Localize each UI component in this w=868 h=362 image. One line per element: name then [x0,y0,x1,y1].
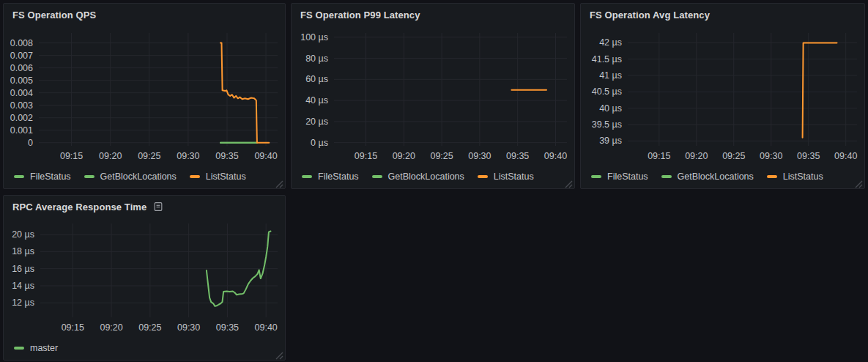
svg-text:39.5 µs: 39.5 µs [592,119,622,130]
p99-latency-chart-plot[interactable]: 0 µs20 µs40 µs60 µs80 µs100 µs09:1509:20… [292,26,574,165]
legend: FileStatus GetBlockLocations ListStatus [4,165,285,188]
chart-svg: 39 µs39.5 µs40 µs40.5 µs41 µs41.5 µs42 µ… [581,26,864,165]
legend-item-master[interactable]: master [14,343,58,353]
svg-text:09:30: 09:30 [760,151,782,161]
svg-text:09:35: 09:35 [216,322,239,333]
svg-text:40 µs: 40 µs [305,95,328,106]
legend: FileStatus GetBlockLocations ListStatus [581,165,864,188]
svg-text:09:25: 09:25 [430,151,453,161]
qps-chart-plot[interactable]: 00.0010.0020.0030.0040.0050.0060.0070.00… [4,26,285,165]
legend: FileStatus GetBlockLocations ListStatus [292,165,574,188]
legend-swatch [302,175,312,178]
panel-title: FS Operation Avg Latency [590,10,710,21]
resize-handle[interactable] [275,178,283,187]
panel-header[interactable]: RPC Average Response Time [4,196,285,218]
legend-label: FileStatus [607,171,648,182]
avg-latency-chart-plot[interactable]: 39 µs39.5 µs40 µs40.5 µs41 µs41.5 µs42 µ… [581,26,864,165]
chart-svg: 0 µs20 µs40 µs60 µs80 µs100 µs09:1509:20… [292,26,574,165]
panel-header[interactable]: FS Operation P99 Latency [292,4,574,26]
svg-text:0.005: 0.005 [10,75,33,86]
legend-label: ListStatus [494,171,534,182]
resize-handle[interactable] [275,350,283,358]
svg-text:09:15: 09:15 [62,322,84,333]
svg-text:09:15: 09:15 [355,151,377,161]
panel-rpc-average-response-time: RPC Average Response Time 12 µs14 µs16 µ… [3,195,286,361]
svg-text:09:15: 09:15 [60,151,83,161]
svg-text:16 µs: 16 µs [12,264,34,274]
legend-swatch [14,347,24,350]
svg-text:09:40: 09:40 [834,151,857,161]
svg-text:09:40: 09:40 [254,151,277,161]
svg-text:09:20: 09:20 [99,151,122,161]
legend-swatch [190,175,200,178]
svg-text:40 µs: 40 µs [599,103,622,114]
legend-item-getblocklocations[interactable]: GetBlockLocations [84,171,177,182]
svg-text:60 µs: 60 µs [305,74,328,84]
legend-swatch [84,175,94,178]
panel-fs-operation-avg-latency: FS Operation Avg Latency 39 µs39.5 µs40 … [580,3,865,189]
svg-text:09:40: 09:40 [544,151,567,161]
panel-fs-operation-qps: FS Operation QPS 00.0010.0020.0030.0040.… [3,3,286,189]
svg-text:09:25: 09:25 [138,322,161,333]
legend-swatch [14,175,24,178]
svg-text:12 µs: 12 µs [12,298,34,308]
svg-text:20 µs: 20 µs [305,117,328,127]
legend-label: master [30,343,58,353]
legend-swatch [767,175,777,178]
legend-item-getblocklocations[interactable]: GetBlockLocations [661,171,754,182]
svg-text:09:35: 09:35 [797,151,820,161]
legend-item-liststatus[interactable]: ListStatus [190,171,246,182]
svg-text:09:30: 09:30 [177,322,200,333]
svg-text:09:20: 09:20 [685,151,708,161]
legend-label: GetBlockLocations [388,171,464,182]
panel-title: FS Operation P99 Latency [300,10,420,21]
svg-text:80 µs: 80 µs [305,53,328,64]
legend-swatch [478,175,488,178]
legend-label: FileStatus [318,171,359,182]
svg-text:09:15: 09:15 [648,151,670,161]
legend-item-filestatus[interactable]: FileStatus [14,171,71,182]
svg-text:0.001: 0.001 [10,125,33,136]
svg-text:09:35: 09:35 [215,151,238,161]
svg-text:0.002: 0.002 [10,113,33,123]
svg-text:09:20: 09:20 [393,151,415,161]
legend-label: GetBlockLocations [678,171,754,182]
grafana-dashboard: FS Operation QPS 00.0010.0020.0030.0040.… [0,0,868,362]
svg-text:09:30: 09:30 [468,151,491,161]
legend-item-filestatus[interactable]: FileStatus [591,171,648,182]
svg-text:09:40: 09:40 [255,322,278,333]
legend-label: FileStatus [30,171,71,182]
svg-text:0.006: 0.006 [10,63,33,73]
resize-handle[interactable] [854,178,863,187]
svg-text:09:35: 09:35 [506,151,529,161]
svg-text:14 µs: 14 µs [12,281,34,291]
panel-header[interactable]: FS Operation QPS [4,4,285,26]
svg-text:40.5 µs: 40.5 µs [592,86,622,97]
chart-svg: 12 µs14 µs16 µs18 µs20 µs09:1509:2009:25… [4,218,285,336]
svg-text:0.003: 0.003 [10,100,33,111]
legend-item-getblocklocations[interactable]: GetBlockLocations [372,171,464,182]
panel-fs-operation-p99-latency: FS Operation P99 Latency 0 µs20 µs40 µs6… [291,3,575,189]
legend-item-liststatus[interactable]: ListStatus [767,171,823,182]
legend-label: ListStatus [206,171,246,182]
svg-text:41 µs: 41 µs [599,70,622,81]
legend-swatch [372,175,382,178]
legend-label: ListStatus [783,171,823,182]
svg-text:09:30: 09:30 [177,151,199,161]
svg-text:0.007: 0.007 [10,51,33,61]
svg-text:09:20: 09:20 [100,322,122,333]
svg-text:42 µs: 42 µs [599,37,622,48]
rpc-response-time-chart-plot[interactable]: 12 µs14 µs16 µs18 µs20 µs09:1509:2009:25… [4,218,285,336]
chart-svg: 00.0010.0020.0030.0040.0050.0060.0070.00… [4,26,285,165]
legend-item-liststatus[interactable]: ListStatus [478,171,534,182]
svg-text:09:25: 09:25 [138,151,160,161]
panel-description-icon[interactable] [153,202,163,212]
svg-text:20 µs: 20 µs [12,229,34,240]
svg-text:0: 0 [28,138,33,148]
legend: master [4,336,285,360]
legend-swatch [591,175,601,178]
legend-item-filestatus[interactable]: FileStatus [302,171,359,182]
panel-header[interactable]: FS Operation Avg Latency [581,4,864,26]
svg-text:09:25: 09:25 [722,151,745,161]
resize-handle[interactable] [564,178,573,187]
